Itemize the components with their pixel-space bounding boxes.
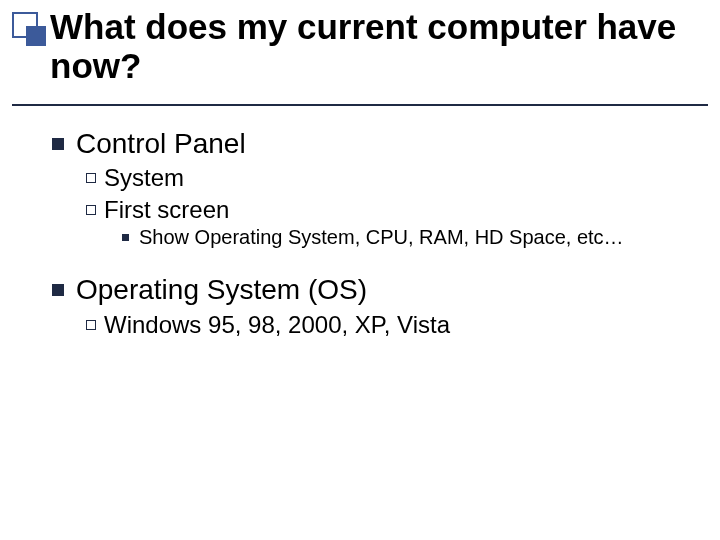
slide-content: Control Panel System First screen Show O… — [52, 126, 692, 340]
square-filled-icon — [52, 284, 64, 296]
spacer — [52, 250, 692, 272]
slide: What does my current computer have now? … — [0, 0, 720, 540]
bullet-level1: Control Panel — [52, 126, 692, 162]
square-small-icon — [122, 234, 129, 241]
square-solid-icon — [26, 26, 46, 46]
bullet-text: Operating System (OS) — [76, 272, 692, 308]
bullet-level3: Show Operating System, CPU, RAM, HD Spac… — [122, 225, 692, 251]
horizontal-rule — [12, 104, 708, 106]
bullet-text: Windows 95, 98, 2000, XP, Vista — [104, 309, 692, 340]
bullet-level2: Windows 95, 98, 2000, XP, Vista — [86, 309, 692, 340]
bullet-level1: Operating System (OS) — [52, 272, 692, 308]
bullet-text: Show Operating System, CPU, RAM, HD Spac… — [139, 225, 692, 251]
square-outline-icon — [86, 320, 96, 330]
square-outline-icon — [86, 205, 96, 215]
square-outline-icon — [86, 173, 96, 183]
square-filled-icon — [52, 138, 64, 150]
bullet-text: First screen — [104, 194, 692, 225]
bullet-level2: First screen — [86, 194, 692, 225]
bullet-text: Control Panel — [76, 126, 692, 162]
slide-title: What does my current computer have now? — [50, 8, 690, 85]
bullet-text: System — [104, 162, 692, 193]
bullet-level2: System — [86, 162, 692, 193]
